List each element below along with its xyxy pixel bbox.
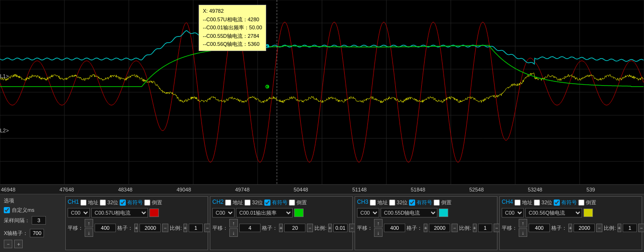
ch3-scale-input[interactable] <box>478 224 492 232</box>
ch3-pan-down-btn[interactable]: ↓ <box>374 228 383 237</box>
x-axis: 46948 47648 48348 49048 49748 50448 5114… <box>0 184 644 194</box>
ch1-color-box[interactable] <box>149 209 159 217</box>
custom-ms-label: 自定义ms <box>12 207 35 214</box>
ch2-grid-plus-btn[interactable]: + <box>279 224 283 232</box>
ch2-grid-label: 格子： <box>262 225 278 232</box>
ch2-grid-input[interactable] <box>284 224 305 232</box>
ch4-pan-label: 平移： <box>502 225 517 232</box>
tooltip-line3: --C00.55D轴电流：2784 <box>203 32 262 41</box>
ch3-pan-label: 平移： <box>357 225 373 232</box>
ch1-grid-label: 格子： <box>117 225 133 232</box>
ch3-scale-plus-btn[interactable]: + <box>473 224 477 232</box>
ch2-invert-checkbox[interactable] <box>289 200 295 206</box>
x-label-9: 53248 <box>527 187 585 192</box>
ch3-sign-checkbox[interactable] <box>409 200 415 206</box>
ch4-pan-up-btn[interactable]: ↑ <box>519 219 527 227</box>
ch2-channel-select[interactable]: C00 <box>212 208 235 217</box>
chart-canvas <box>0 0 644 184</box>
ch3-b32-checkbox[interactable] <box>389 200 395 206</box>
ch2-b32-checkbox[interactable] <box>244 200 251 206</box>
ch2-pan-input[interactable] <box>239 224 261 232</box>
ch3-grid-minus-btn[interactable]: － <box>452 224 458 232</box>
ch4-color-box[interactable] <box>583 209 593 217</box>
ch3-scale-minus-btn[interactable]: － <box>494 224 500 232</box>
ch2-addr-checkbox[interactable] <box>225 200 231 206</box>
ch3-color-box[interactable] <box>439 209 448 217</box>
ch4-scale-input[interactable] <box>623 224 637 232</box>
ch1-title: CH1 <box>68 199 79 205</box>
ch3-pan-input[interactable] <box>384 224 405 232</box>
ch4-b32-checkbox[interactable] <box>534 200 540 206</box>
ch4-scale-minus-btn[interactable]: － <box>638 224 644 232</box>
ch2-scale-plus-btn[interactable]: + <box>328 224 332 232</box>
ch1-pan-up-btn[interactable]: ↑ <box>85 219 93 227</box>
ch4-grid-plus-btn[interactable]: + <box>568 224 572 232</box>
ch2-scale-label: 比例: <box>314 225 326 232</box>
sample-interval-label: 采样间隔： <box>4 217 30 224</box>
ch1-invert-label: 倒置 <box>152 199 162 206</box>
x-grid-minus-btn[interactable]: － <box>4 240 12 248</box>
ch1-signal-select[interactable]: C00.57U相电流 <box>91 208 148 217</box>
x-grid-label: X轴格子： <box>4 230 28 237</box>
ch4-invert-checkbox[interactable] <box>578 200 584 206</box>
ch3-invert-checkbox[interactable] <box>434 200 440 206</box>
ch4-pan-down-btn[interactable]: ↓ <box>519 228 527 237</box>
ch3-pan-up-btn[interactable]: ↑ <box>374 219 383 227</box>
ch4-grid-input[interactable] <box>574 224 595 232</box>
ch3-grid-input[interactable] <box>429 224 450 232</box>
ch4-grid-minus-btn[interactable]: － <box>596 224 602 232</box>
ch3-addr-checkbox[interactable] <box>370 200 376 206</box>
ch2-sign-checkbox[interactable] <box>264 200 270 206</box>
ch4-addr-label: 地址 <box>522 199 532 206</box>
ch3-sign-label: 有符号 <box>417 199 432 206</box>
ch4-signal-select[interactable]: C00.56Q轴电流 <box>525 208 582 217</box>
options-label: 选项 <box>4 197 14 204</box>
ch2-pan-up-btn[interactable]: ↑ <box>229 219 238 227</box>
ch1-scale-input[interactable] <box>189 224 203 232</box>
ch2-scale-minus-btn[interactable]: － <box>349 224 355 232</box>
ch1-invert-checkbox[interactable] <box>144 200 150 206</box>
chart-area: L1> L2> X: 49782 --C00.57U相电流：4280 --C00… <box>0 0 644 184</box>
ch1-pan-down-btn[interactable]: ↓ <box>85 228 93 237</box>
x-grid-input[interactable] <box>30 229 44 237</box>
ch3-signal-select[interactable]: C00.55D轴电流 <box>381 208 437 217</box>
tooltip-line4: --C00.56Q轴电流：5360 <box>203 40 262 49</box>
ch3-grid-plus-btn[interactable]: + <box>424 224 427 232</box>
ch4-b32-label: 32位 <box>541 199 552 206</box>
x-label-8: 52548 <box>469 187 527 192</box>
ch4-pan-input[interactable] <box>529 224 550 232</box>
ch2-grid-minus-btn[interactable]: － <box>307 224 313 232</box>
ch4-channel-select[interactable]: C00 <box>502 208 524 217</box>
ch1-section: CH1 地址 32位 有符号 倒置 C00 C00.57U相电流 平移： ↑ ↓ <box>65 196 208 250</box>
ch4-scale-plus-btn[interactable]: + <box>618 224 621 232</box>
x-grid-plus-btn[interactable]: ＋ <box>14 240 23 248</box>
custom-ms-checkbox[interactable] <box>4 207 10 213</box>
x-label-6: 51148 <box>351 187 410 192</box>
x-label-4: 49748 <box>234 187 293 192</box>
ch4-sign-checkbox[interactable] <box>554 200 560 206</box>
ch2-scale-input[interactable] <box>333 224 348 232</box>
ch1-b32-label: 32位 <box>107 199 118 206</box>
ch2-signal-select[interactable]: C00.01输出频率 <box>236 208 293 217</box>
ch2-color-box[interactable] <box>294 209 304 217</box>
ch1-grid-minus-btn[interactable]: － <box>162 224 168 232</box>
ch1-grid-input[interactable] <box>139 224 161 232</box>
ch1-addr-checkbox[interactable] <box>80 200 87 206</box>
controls-area: 选项 自定义ms 采样间隔： X轴格子： － ＋ CH1 地址 32位 有符号 <box>0 194 644 252</box>
ch2-pan-down-btn[interactable]: ↓ <box>229 228 238 237</box>
ch1-channel-select[interactable]: C00 <box>68 208 90 217</box>
tooltip-box: X: 49782 --C00.57U相电流：4280 --C00.01输出频率：… <box>199 5 266 51</box>
ch1-scale-plus-btn[interactable]: + <box>183 224 187 232</box>
ch1-pan-input[interactable] <box>95 224 116 232</box>
l1-label: L1> <box>0 73 9 79</box>
ch3-channel-select[interactable]: C00 <box>357 208 379 217</box>
ch1-grid-plus-btn[interactable]: + <box>134 224 138 232</box>
ch2-sign-label: 有符号 <box>272 199 287 206</box>
ch1-b32-checkbox[interactable] <box>100 200 106 206</box>
x-label-3: 49048 <box>175 187 234 192</box>
ch1-sign-checkbox[interactable] <box>120 200 126 206</box>
ch1-scale-minus-btn[interactable]: － <box>204 224 210 232</box>
ch3-section: CH3 地址 32位 有符号 倒置 C00 C00.55D轴电流 平移： ↑ ↓ <box>355 196 497 250</box>
ch4-addr-checkbox[interactable] <box>514 200 521 206</box>
sample-interval-input[interactable] <box>32 216 46 225</box>
